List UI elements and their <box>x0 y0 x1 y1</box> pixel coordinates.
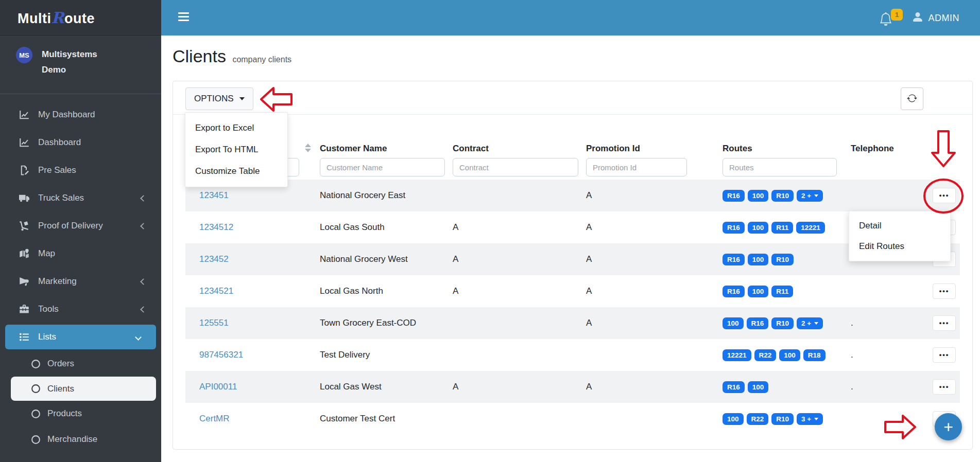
more-routes-badge[interactable]: 2 + <box>797 317 823 329</box>
promotion-id-cell <box>586 403 723 435</box>
notifications-button[interactable]: 1 <box>879 9 903 29</box>
chevron-down-icon <box>135 334 142 341</box>
table-row: 125551Town Grocery East-CODA100R16R102 +… <box>185 307 960 339</box>
add-client-fab[interactable]: + <box>935 413 962 440</box>
telephone-cell <box>851 275 927 307</box>
toolbox-icon <box>18 304 31 314</box>
user-menu[interactable]: ADMIN <box>912 11 960 25</box>
route-badges: R16100R11 <box>723 286 793 297</box>
sidebar-item-pre-sales[interactable]: Pre Sales <box>0 156 161 184</box>
telephone-cell <box>851 180 927 211</box>
routes-cell: R16100R102 + <box>723 180 851 211</box>
column-header-contract[interactable]: Contract <box>453 139 586 158</box>
dolly-icon <box>18 221 31 231</box>
sidebar-nav: My DashboardDashboardPre SalesTruck Sale… <box>0 101 161 452</box>
route-badge: R16 <box>723 254 745 265</box>
circle-icon <box>31 359 41 369</box>
route-badge: R10 <box>771 190 794 202</box>
customer-number-link[interactable]: CertMR <box>199 414 230 424</box>
sidebar-subitem-merchandise[interactable]: Merchandise <box>11 427 161 452</box>
row-actions-button[interactable]: ••• <box>933 188 956 203</box>
table-row: 123452National Grocery WestAAR16100R10••… <box>185 243 960 275</box>
app-window: MultiRoute MS Multisystems Demo My Dashb… <box>0 0 980 462</box>
sort-icon[interactable] <box>305 144 311 152</box>
sidebar-subitem-orders[interactable]: Orders <box>11 351 161 377</box>
table-row: 1234521Local Gas NorthAAR16100R11••• <box>185 275 960 307</box>
toolbar-divider <box>173 114 972 115</box>
customer-number-cell: 1234521 <box>185 275 320 307</box>
row-actions-button[interactable]: ••• <box>933 379 956 395</box>
sidebar-item-marketing[interactable]: Marketing <box>0 268 161 295</box>
chevron-down-icon <box>814 194 818 197</box>
actions-cell: ••• <box>927 307 961 339</box>
sidebar-item-map[interactable]: Map <box>0 240 161 268</box>
customer-number-link[interactable]: 123452 <box>199 254 229 264</box>
customer-number-link[interactable]: 123451 <box>199 190 229 201</box>
workspace-panel[interactable]: MS Multisystems Demo <box>0 35 161 94</box>
more-routes-badge[interactable]: 2 + <box>797 190 823 202</box>
table-row: CertMRCustomer Test Cert100R22R103 +••• <box>185 403 960 435</box>
options-button[interactable]: OPTIONS <box>185 87 253 110</box>
contract-cell <box>453 180 586 211</box>
sidebar-item-label: Pre Sales <box>31 165 76 175</box>
brand-primary: Multi <box>18 11 51 26</box>
options-button-label: OPTIONS <box>194 94 234 104</box>
options-menu-item[interactable]: Customize Table <box>185 161 287 182</box>
row-actions-button[interactable]: ••• <box>933 347 956 363</box>
person-icon <box>912 11 924 25</box>
row-actions-button[interactable]: ••• <box>933 283 956 299</box>
chart-line-icon <box>18 110 31 120</box>
brand-text: MultiRoute <box>18 9 95 27</box>
column-header-promotion-id[interactable]: Promotion Id <box>586 139 723 158</box>
sidebar-item-tools[interactable]: Tools <box>0 295 161 323</box>
sidebar-item-lists[interactable]: Lists <box>5 325 156 349</box>
sidebar-subitem-products[interactable]: Products <box>11 401 161 427</box>
routes-cell: 100R16R102 + <box>723 307 851 339</box>
customer-number-cell: 123452 <box>185 243 320 275</box>
row-actions-button[interactable]: ••• <box>933 315 956 331</box>
workspace-name: Multisystems Demo <box>32 47 120 78</box>
customer-number-link[interactable]: 1234521 <box>199 286 233 296</box>
hamburger-menu-icon[interactable] <box>178 12 189 23</box>
customer-name-cell: Customer Test Cert <box>320 403 453 435</box>
routes-filter-input[interactable] <box>723 158 837 176</box>
options-menu-item[interactable]: Export To HTML <box>185 139 287 161</box>
column-header-customer-name[interactable]: Customer Name <box>320 139 453 158</box>
refresh-button[interactable] <box>901 87 923 110</box>
sidebar-item-dashboard[interactable]: Dashboard <box>0 129 161 156</box>
column-header-routes[interactable]: Routes <box>723 139 851 158</box>
row-context-menu-item[interactable]: Edit Routes <box>849 236 950 257</box>
chevron-left-icon <box>140 223 147 229</box>
customer-name-filter-input[interactable] <box>320 158 445 176</box>
route-badge: R10 <box>771 254 794 265</box>
contract-cell: A <box>453 275 586 307</box>
row-context-menu-item[interactable]: Detail <box>849 216 950 236</box>
contract-cell <box>453 307 586 339</box>
route-badges: 100R22R103 + <box>723 413 823 425</box>
customer-number-cell: API00011 <box>185 371 320 403</box>
telephone-cell: . <box>851 371 927 403</box>
customer-number-cell: 987456321 <box>185 339 320 371</box>
options-menu-item[interactable]: Export to Excel <box>185 117 287 139</box>
column-header-telephone[interactable]: Telephone <box>851 139 927 158</box>
sidebar-subitem-clients[interactable]: Clients <box>11 377 156 401</box>
customer-number-link[interactable]: 987456321 <box>199 350 243 360</box>
promotion-id-filter-input[interactable] <box>586 158 687 176</box>
sidebar-item-truck-sales[interactable]: Truck Sales <box>0 184 161 212</box>
customer-number-link[interactable]: 1234512 <box>199 222 233 233</box>
brand-logo[interactable]: MultiRoute <box>0 0 161 35</box>
clients-card: OPTIONS Customer Name Contract Promotion… <box>173 81 973 450</box>
sidebar-item-my-dashboard[interactable]: My Dashboard <box>0 101 161 129</box>
customer-number-link[interactable]: 125551 <box>199 318 229 328</box>
route-badge: R22 <box>754 349 777 361</box>
customer-number-link[interactable]: API00011 <box>199 382 237 392</box>
promotion-id-cell: A <box>586 211 723 243</box>
more-routes-badge[interactable]: 3 + <box>797 413 823 425</box>
route-badge: R18 <box>803 349 826 361</box>
route-badge: R10 <box>771 317 794 329</box>
promotion-id-cell: A <box>586 275 723 307</box>
table-row: 123451National Grocery EastAR16100R102 +… <box>185 180 960 211</box>
column-header-actions <box>927 139 961 158</box>
contract-filter-input[interactable] <box>453 158 578 176</box>
sidebar-item-proof-of-delivery[interactable]: Proof of Delivery <box>0 212 161 240</box>
